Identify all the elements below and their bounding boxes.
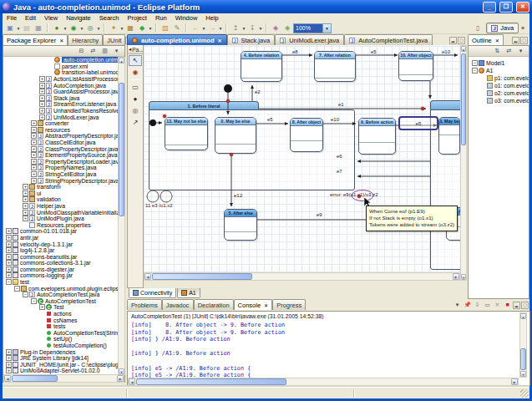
menu-search[interactable]: Search xyxy=(95,13,124,23)
expand-icon[interactable]: + xyxy=(31,127,37,133)
statechart-canvas[interactable]: 1. Before literal4. Before relation7. Af… xyxy=(144,45,460,272)
expand-icon[interactable]: + xyxy=(39,89,45,94)
close-button[interactable]: ✕ xyxy=(516,2,529,13)
collapse-icon[interactable]: − xyxy=(6,279,12,285)
scroll-down-arrow[interactable]: ▼ xyxy=(520,371,526,377)
next-annotation-button[interactable]: ↧ xyxy=(246,23,258,33)
selected-transition-label[interactable]: e5 xyxy=(398,116,438,130)
scroll-up-arrow[interactable]: ▲ xyxy=(520,313,526,319)
tree-item[interactable]: +log4j-1.2.8.jar xyxy=(4,247,118,254)
tree-item[interactable]: +JStack.java xyxy=(4,95,118,102)
tree-item[interactable]: +converter xyxy=(4,120,118,127)
menu-project[interactable]: Project xyxy=(124,13,151,23)
tree-item[interactable]: −A1 xyxy=(470,67,529,74)
collapse-icon[interactable]: − xyxy=(472,68,478,74)
diagram-page-tab-a1[interactable]: A1 xyxy=(177,288,200,298)
expand-icon[interactable]: + xyxy=(31,140,37,145)
view-menu-icon[interactable]: ▾ xyxy=(516,48,525,54)
collapse-all-icon[interactable]: ⊟ xyxy=(77,48,86,54)
filters-icon[interactable]: ▥ xyxy=(100,48,109,54)
pin-console-button[interactable]: 📌 xyxy=(463,302,472,309)
tree-item[interactable]: +commons-digester.jar xyxy=(4,266,118,273)
tree-item[interactable]: +CTest xyxy=(4,304,118,311)
view-tab-junit[interactable]: JUnit xyxy=(103,34,125,45)
tree-item[interactable]: −JAutoCompletionTest.java xyxy=(4,292,118,298)
maximize-view-button[interactable]: ▢ xyxy=(458,37,465,44)
menu-window[interactable]: Window xyxy=(171,13,202,23)
tree-item[interactable]: o3: com.evelopers. xyxy=(470,97,529,104)
tree-item[interactable]: +JClassCellEditor.java xyxy=(4,140,118,146)
view-tab-declaration[interactable]: Declaration xyxy=(194,299,234,310)
transition-label-e12[interactable]: e12 xyxy=(234,193,242,198)
package-explorer-vscrollbar[interactable]: ▲ ▼ xyxy=(118,57,125,375)
scroll-right-arrow[interactable]: ▶ xyxy=(453,273,459,280)
resize-grip[interactable] xyxy=(520,389,529,398)
new-class-button-dropdown[interactable]: ▼ xyxy=(148,26,153,31)
hscroll-thumb[interactable] xyxy=(12,375,58,382)
expand-icon[interactable]: + xyxy=(39,108,45,114)
tree-item[interactable]: +commons-collections-3.1.jar xyxy=(4,260,118,266)
new-package-button[interactable]: ▦ xyxy=(124,23,136,33)
tree-item[interactable]: +JStreamErrorListener.java xyxy=(4,101,118,108)
tree-item[interactable]: +JActionListAssistProcessor.java xyxy=(4,76,118,83)
canvas-hscrollbar[interactable]: ◀ ▶ xyxy=(144,272,460,281)
transition-label-e5[interactable]: e5 xyxy=(267,117,273,122)
menu-file[interactable]: File xyxy=(3,13,21,23)
transition-label-e6[interactable]: e6 xyxy=(337,154,342,159)
tree-item[interactable]: o2: com.evelopers. xyxy=(470,89,529,97)
editor-tab-auto-completion-unimod[interactable]: auto-completion.unimod✕ xyxy=(127,34,227,45)
tree-item[interactable]: csNames xyxy=(4,317,118,323)
next-annotation-button-dropdown[interactable]: ▼ xyxy=(258,26,263,31)
editor-tab-autocompletiontest-java[interactable]: JAutoCompletionTest.java xyxy=(344,34,433,45)
expand-icon[interactable]: + xyxy=(23,216,28,221)
open-console-dropdown[interactable]: ▾ xyxy=(453,302,462,309)
tree-item[interactable]: +commons-beanutils.jar xyxy=(4,253,118,260)
close-tab-icon[interactable]: ✕ xyxy=(264,302,268,308)
scroll-lock-button[interactable]: ⇩ xyxy=(473,302,482,309)
error-transition-label[interactable]: error: e9(o1.x1)/o3.z2 xyxy=(330,192,378,197)
expand-icon[interactable]: + xyxy=(31,120,37,126)
tree-item[interactable]: +JUniModLexer.java xyxy=(4,114,118,120)
expand-icon[interactable]: + xyxy=(31,133,37,139)
link-icon[interactable]: ⇄ xyxy=(504,48,514,54)
expand-icon[interactable]: + xyxy=(6,362,12,368)
view-tab-outline[interactable]: Outline✕ xyxy=(468,34,504,45)
tree-item[interactable]: +JStringPropertyDescriptor.java xyxy=(4,177,118,184)
maximize-view-button[interactable]: ▢ xyxy=(521,302,529,309)
tree-item[interactable]: +ui xyxy=(4,190,118,196)
menu-navigate[interactable]: Navigate xyxy=(62,13,95,23)
tree-item[interactable]: auto-completion.unimod xyxy=(4,57,118,63)
tree-item[interactable]: testAutoCompletion() xyxy=(4,343,118,349)
tree-item[interactable]: −Model1 xyxy=(470,59,529,67)
package-explorer-hscrollbar[interactable]: ◀ ▶ xyxy=(3,374,124,383)
link-with-editor-icon[interactable]: ⇄ xyxy=(89,48,98,54)
transition-label-e2[interactable]: e2 xyxy=(255,89,261,94)
expand-icon[interactable]: + xyxy=(23,203,28,209)
console-vscroll-thumb[interactable] xyxy=(520,348,526,370)
workspace-button[interactable]: ◈ xyxy=(281,23,293,33)
transition-label-e1[interactable]: e1 xyxy=(338,102,344,107)
expand-icon[interactable]: + xyxy=(23,184,28,190)
tree-item[interactable]: +JClassPropertyDescriptor.java xyxy=(4,145,118,152)
initial-state-tool[interactable]: ● xyxy=(129,94,142,104)
view-tab-problems[interactable]: Problems xyxy=(127,299,162,310)
expand-icon[interactable]: + xyxy=(39,101,45,107)
tree-item[interactable]: +commons-logging.jar xyxy=(4,272,118,279)
tree-item[interactable]: +JUniModPlugin.java xyxy=(4,216,118,222)
tree-item[interactable]: +antlr.jar xyxy=(4,235,118,241)
expand-icon[interactable]: + xyxy=(39,76,45,82)
palette-title[interactable]: ◂ Pa... xyxy=(128,45,143,54)
external-tools-button-dropdown[interactable]: ▼ xyxy=(96,26,101,31)
expand-icon[interactable]: + xyxy=(6,355,12,361)
diagram-page-tab-connectivity[interactable]: Connectivity xyxy=(129,288,176,298)
expand-icon[interactable]: + xyxy=(31,165,37,170)
tree-item[interactable]: p1: com.evelopers. xyxy=(470,74,529,82)
expand-icon[interactable]: + xyxy=(6,235,12,241)
view-tab-javadoc[interactable]: Javadoc xyxy=(162,299,194,310)
tree-item[interactable]: Resources.properties xyxy=(4,221,118,228)
tree-item[interactable]: +common-01.01.018.jar xyxy=(4,228,118,235)
console-vscrollbar[interactable]: ▲ ▼ xyxy=(519,312,527,378)
tree-item[interactable]: o1: com.evelopers. xyxy=(470,82,529,89)
print-button[interactable]: ▦ xyxy=(33,23,44,33)
tree-item[interactable]: +UniModAdapter-Servlet-01.02.0 xyxy=(4,368,118,374)
